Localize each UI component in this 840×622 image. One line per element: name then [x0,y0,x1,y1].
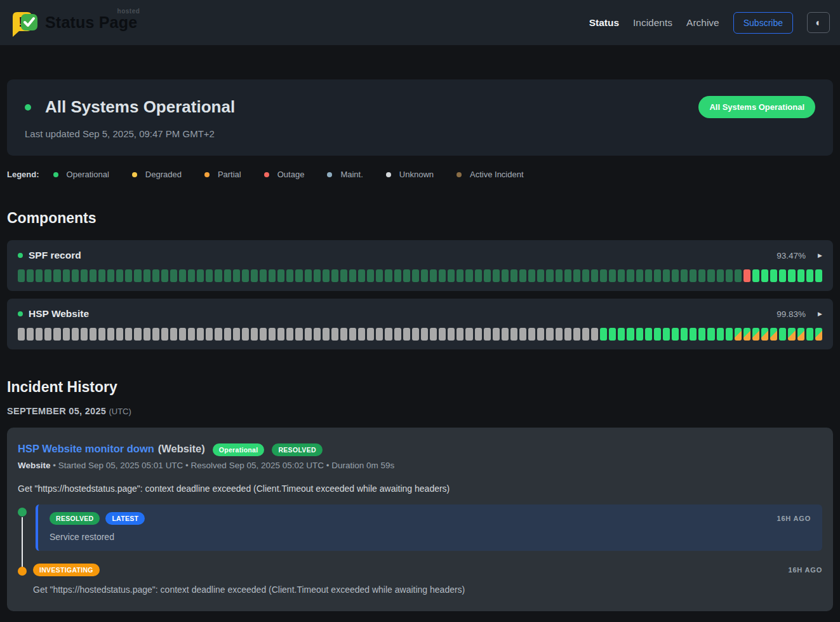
uptime-bar-up [726,328,733,341]
incident-title-link[interactable]: HSP Website monitor down [18,443,154,455]
uptime-bar-nodata [277,328,284,341]
uptime-bar-muted [260,269,267,282]
uptime-bar-muted [537,269,544,282]
update-latest-badge: LATEST [105,512,145,525]
uptime-bar-muted [305,269,312,282]
legend-item-label: Maint. [340,170,363,179]
uptime-bar-up [600,328,607,341]
uptime-bar-muted [556,269,563,282]
expand-arrow-icon[interactable]: ▶ [818,311,822,317]
uptime-bar-nodata [439,328,446,341]
legend-label: Legend: [7,170,39,179]
uptime-bar-muted [690,269,697,282]
uptime-bar-nodata [215,328,222,341]
brand-superscript: hosted [117,8,140,15]
uptime-bar-nodata [98,328,105,341]
legend-item-degraded: Degraded [132,170,182,179]
uptime-bar-nodata [394,328,401,341]
uptime-bar-mixed [770,328,777,341]
uptime-bar-muted [618,269,625,282]
uptime-bar-muted [385,269,392,282]
uptime-bar-up [779,269,786,282]
uptime-bar-muted [224,269,231,282]
timeline-updates: RESOLVEDLATEST16H AGOService restoredINV… [18,504,822,595]
uptime-bar-muted [36,269,43,282]
page-body: All Systems Operational All Systems Oper… [0,79,840,611]
nav-item-archive[interactable]: Archive [686,17,719,29]
uptime-bar-muted [72,269,79,282]
uptime-bar-nodata [528,328,535,341]
uptime-bar-nodata [331,328,338,341]
uptime-bars [18,269,822,282]
uptime-bar-up [663,328,670,341]
legend-dot [204,172,210,177]
legend-item-active-incident: Active Incident [457,170,524,179]
uptime-bar-up [707,328,714,341]
uptime-bar-muted [493,269,500,282]
component-header-row[interactable]: HSP Website99.83%▶ [18,308,822,320]
legend-dot [457,172,462,177]
component-header-row[interactable]: SPF record93.47%▶ [18,250,822,261]
legend-dot [264,172,269,177]
uptime-bar-muted [663,269,670,282]
uptime-bar-muted [277,269,284,282]
uptime-bar-up [797,269,804,282]
uptime-bar-muted [457,269,463,282]
uptime-bar-nodata [421,328,428,341]
uptime-bar-muted [654,269,661,282]
uptime-bar-muted [465,269,472,282]
legend-item-partial: Partial [204,170,241,179]
uptime-bar-muted [233,269,240,282]
component-uptime-percent: 93.47% [777,251,806,260]
uptime-bar-down [743,269,750,282]
uptime-bar-up [627,328,634,341]
component-uptime-percent: 99.83% [777,309,806,319]
uptime-bars [18,328,822,341]
uptime-bar-nodata [546,328,553,341]
component-status-dot [18,311,23,316]
uptime-bar-muted [215,269,222,282]
uptime-bar-muted [340,269,347,282]
uptime-bar-nodata [367,328,374,341]
status-legend: Legend: OperationalDegradedPartialOutage… [7,170,833,179]
uptime-bar-muted [717,269,724,282]
uptime-bar-up [609,328,616,341]
uptime-bar-up [815,269,822,282]
update-header-row: RESOLVEDLATEST16H AGO [50,512,811,525]
overall-status-badge: All Systems Operational [698,96,815,118]
uptime-bar-mixed [815,328,822,341]
brand-logo[interactable]: ! Status Page hosted [10,8,137,37]
uptime-bar-muted [125,269,132,282]
legend-dot [132,172,137,177]
uptime-bar-muted [63,269,70,282]
subscribe-button[interactable]: Subscribe [733,12,793,34]
uptime-bar-muted [645,269,652,282]
uptime-bar-muted [18,269,25,282]
uptime-bar-muted [367,269,374,282]
uptime-bar-muted [143,269,150,282]
expand-arrow-icon[interactable]: ▶ [818,252,822,259]
uptime-bar-mixed [797,328,804,341]
uptime-bar-nodata [143,328,150,341]
uptime-bar-up [806,328,813,341]
nav-item-incidents[interactable]: Incidents [633,17,672,29]
brand-name: Status Page hosted [45,13,137,32]
uptime-bar-muted [134,269,141,282]
uptime-bar-muted [376,269,383,282]
uptime-bar-muted [672,269,679,282]
theme-toggle-button[interactable]: ◐ [807,12,830,33]
uptime-bar-muted [484,269,491,282]
update-status-badge: INVESTIGATING [33,564,100,576]
uptime-bar-muted [295,269,302,282]
nav-item-status[interactable]: Status [589,17,619,29]
uptime-bar-nodata [484,328,491,341]
uptime-bar-muted [323,269,330,282]
uptime-bar-up [770,269,777,282]
uptime-bar-nodata [403,328,410,341]
uptime-bar-nodata [161,328,168,341]
component-card-spf-record: SPF record93.47%▶ [7,240,833,291]
uptime-bar-muted [188,269,195,282]
components-list: SPF record93.47%▶HSP Website99.83%▶ [7,240,833,349]
brand-icon: ! [10,8,39,37]
uptime-bar-up [717,328,724,341]
